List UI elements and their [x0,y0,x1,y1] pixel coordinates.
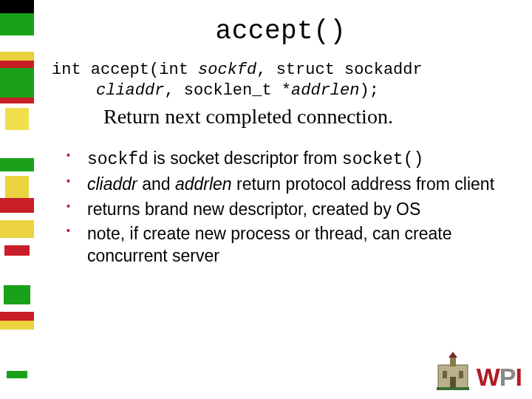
wpi-logo: WPI [435,352,522,392]
bullet-segment: and [137,174,175,194]
sig-line2: cliaddr, socklen_t *addrlen); [52,81,510,101]
svg-rect-4 [459,371,463,378]
function-signature: int accept(int sockfd, struct sockaddr c… [52,60,510,100]
logo-letter: I [516,363,522,391]
svg-rect-1 [450,356,456,366]
wpi-wordmark: WPI [477,363,522,392]
bullet-segment: sockfd [87,150,149,169]
list-item: note, if create new process or thread, c… [66,223,510,267]
svg-rect-3 [443,371,447,378]
list-item: returns brand new descriptor, created by… [66,199,510,220]
bullet-segment: socket() [342,150,423,169]
slide-title: accept() [52,16,510,47]
wpi-seal-icon [435,352,471,392]
bullet-segment: note, if create new process or thread, c… [87,224,452,265]
logo-letter: W [477,363,499,391]
list-item: sockfd is socket descriptor from socket(… [66,148,510,171]
sig-arg: cliaddr [96,81,164,100]
sig-line1: int accept(int sockfd, struct sockaddr [52,61,423,79]
slide-content: accept() int accept(int sockfd, struct s… [52,16,510,270]
list-item: cliaddr and addrlen return protocol addr… [66,174,510,195]
tagline: Return next completed connection. [52,105,510,129]
bullet-segment: returns brand new descriptor, created by… [87,200,420,219]
sig-arg: sockfd [198,61,256,79]
sig-text: , socklen_t * [164,81,291,100]
svg-rect-5 [450,377,456,389]
sig-text: , struct sockaddr [256,61,422,79]
sig-text: int accept(int [52,61,198,79]
bullet-segment: cliaddr [87,174,137,194]
svg-rect-6 [437,387,469,390]
sig-text: ); [359,81,378,100]
decorative-sidebar [0,0,34,399]
sig-arg: addrlen [291,81,359,100]
bullet-list: sockfd is socket descriptor from socket(… [52,148,510,267]
bullet-segment: is socket descriptor from [149,149,342,168]
svg-marker-2 [449,352,457,358]
bullet-segment: addrlen [175,174,232,194]
logo-letter: P [499,363,516,391]
bullet-segment: return protocol address from client [232,174,494,194]
